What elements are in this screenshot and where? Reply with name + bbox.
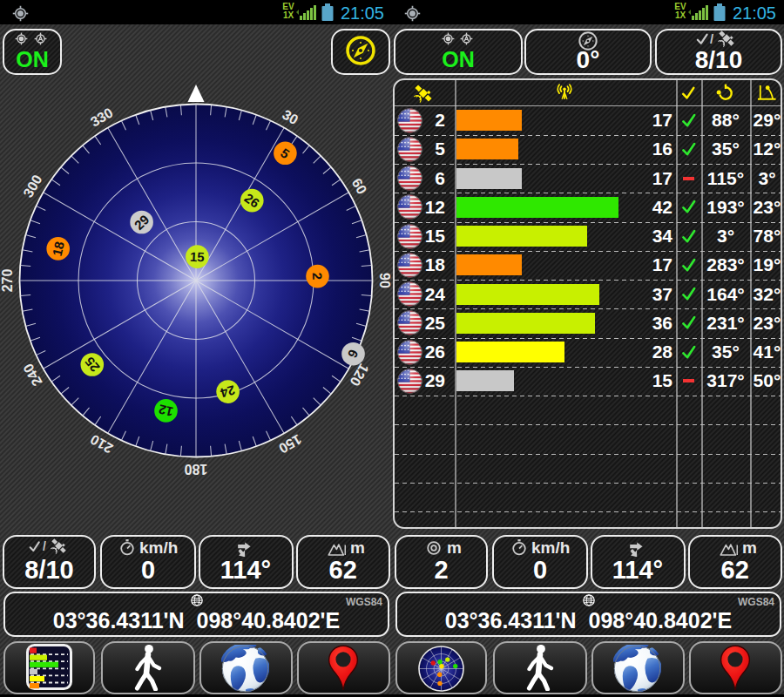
svg-text:270: 270 <box>0 269 15 293</box>
svg-text:60: 60 <box>349 176 370 197</box>
svg-text:15: 15 <box>190 249 206 265</box>
svg-text:90: 90 <box>377 273 392 288</box>
svg-text:180: 180 <box>185 462 208 477</box>
svg-text:30: 30 <box>280 107 301 128</box>
svg-text:2: 2 <box>310 273 325 281</box>
